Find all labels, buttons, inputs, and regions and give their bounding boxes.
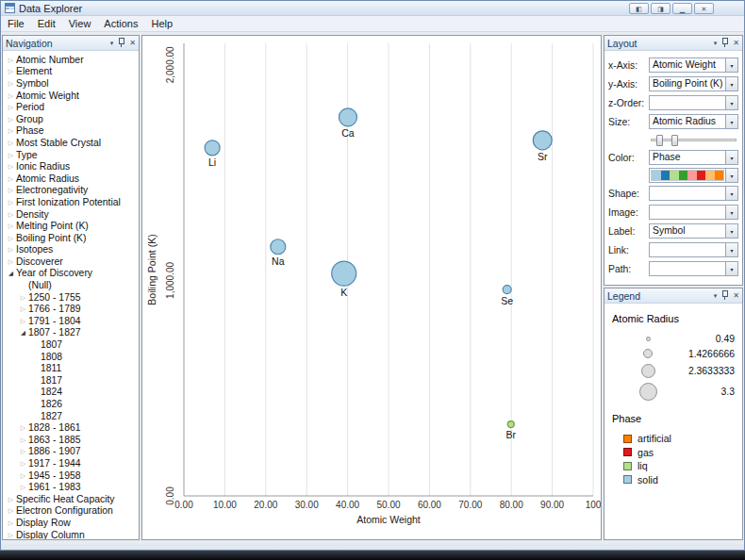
data-point-ca[interactable]: Ca [339,108,356,139]
data-point-br[interactable]: Br [506,421,517,440]
tree-item-discoverer[interactable]: ▷Discoverer [3,255,139,268]
data-point-k[interactable]: K [332,261,356,298]
chevron-down-icon[interactable]: ▾ [725,58,737,72]
tree-item-1817[interactable]: 1817 [3,374,139,387]
tree-collapsed-icon[interactable]: ▷ [6,235,16,241]
tree-item-1863-1885[interactable]: ▷1863 - 1885 [3,434,139,446]
minimize-button[interactable]: ▁ [672,3,692,14]
tree-collapsed-icon[interactable]: ▷ [6,507,16,514]
tree-item-atomic-radius[interactable]: ▷Atomic Radius [3,173,139,185]
tree-collapsed-icon[interactable]: ▷ [6,104,16,110]
image-select[interactable]: ▾ [649,205,738,220]
tree-item-1886-1907[interactable]: ▷1886 - 1907 [3,446,139,458]
tree-collapsed-icon[interactable]: ▷ [18,460,28,467]
point-circle[interactable] [339,108,356,126]
tree-item-phase[interactable]: ▷Phase [3,125,139,138]
panel-menu-icon[interactable]: ▾ [110,40,114,46]
tree-item-symbol[interactable]: ▷Symbol [3,77,139,90]
point-circle[interactable] [533,131,552,150]
chevron-down-icon[interactable]: ▾ [725,115,737,128]
tree-item-1945-1958[interactable]: ▷1945 - 1958 [3,469,139,482]
tree-item-density[interactable]: ▷Density [3,208,139,221]
tree-collapsed-icon[interactable]: ▷ [6,519,16,526]
shape-select[interactable]: ▾ [649,186,738,201]
tree-item-1250-1755[interactable]: ▷1250 - 1755 [3,291,139,304]
tree-collapsed-icon[interactable]: ▷ [18,472,28,479]
tree-item-ionic-radius[interactable]: ▷Ionic Radius [3,160,139,173]
tree-collapsed-icon[interactable]: ▷ [6,116,16,123]
phase-legend-row-artificial[interactable]: artificial [610,432,737,446]
tree-collapsed-icon[interactable]: ▷ [6,222,16,229]
menu-actions[interactable]: Actions [97,17,144,30]
tree-collapsed-icon[interactable]: ▷ [18,305,28,312]
tree-expanded-icon[interactable]: ◢ [18,330,28,337]
slider-handle[interactable] [656,135,663,146]
chevron-down-icon[interactable]: ▾ [725,77,737,91]
dock-right-button[interactable]: ◨ [651,3,670,14]
tree-item-first-ionization-potential[interactable]: ▷First Ionization Potential [3,196,139,208]
scatter-chart[interactable]: 0.0010.0020.0030.0040.0050.0060.0070.008… [142,36,601,539]
menu-file[interactable]: File [1,17,31,30]
tree-item-period[interactable]: ▷Period [3,101,139,113]
label-select[interactable]: Symbol▾ [649,223,738,239]
tree-item-isotopes[interactable]: ▷Isotopes [3,244,139,256]
tree-collapsed-icon[interactable]: ▷ [6,496,16,502]
close-button[interactable]: ✕ [694,3,714,14]
chevron-down-icon[interactable]: ▾ [725,187,737,200]
pin-icon[interactable] [720,290,729,301]
tree-collapsed-icon[interactable]: ▷ [6,140,16,146]
size-select[interactable]: Atomic Radius▾ [649,114,738,129]
tree-item-boiling-point-k[interactable]: ▷Boiling Point (K) [3,232,139,244]
point-circle[interactable] [205,140,220,156]
tree-item-atomic-number[interactable]: ▷Atomic Number [3,54,139,66]
tree-item-electron-configuration[interactable]: ▷Electron Configuration [3,505,139,518]
tree-item-1917-1944[interactable]: ▷1917 - 1944 [3,457,139,469]
tree-collapsed-icon[interactable]: ▷ [18,294,28,301]
tree-collapsed-icon[interactable]: ▷ [18,318,28,324]
menu-view[interactable]: View [62,17,98,30]
dock-left-button[interactable]: ◧ [629,3,649,14]
tree-item-electronegativity[interactable]: ▷Electronegativity [3,185,139,197]
titlebar[interactable]: Data Explorer ◧◨▁✕ [1,1,744,16]
data-point-li[interactable]: Li [205,140,220,168]
chevron-down-icon[interactable]: ▾ [725,243,737,256]
tree-item-most-stable-crystal[interactable]: ▷Most Stable Crystal [3,137,139,149]
tree-item-melting-point-k[interactable]: ▷Melting Point (K) [3,220,139,232]
size-range-slider[interactable] [651,139,737,141]
tree-collapsed-icon[interactable]: ▷ [18,424,28,431]
color-select[interactable]: Phase▾ [649,150,738,165]
phase-legend-row-solid[interactable]: solid [610,473,737,487]
tree-collapsed-icon[interactable]: ▷ [6,211,16,218]
menu-edit[interactable]: Edit [31,17,62,30]
tree-collapsed-icon[interactable]: ▷ [6,127,16,134]
tree-collapsed-icon[interactable]: ▷ [6,80,16,87]
tree-item-1808[interactable]: 1808 [3,351,139,363]
tree-collapsed-icon[interactable]: ▷ [18,484,28,490]
panel-menu-icon[interactable]: ▾ [714,40,718,46]
tree-item-group[interactable]: ▷Group [3,113,139,125]
chevron-down-icon[interactable]: ▾ [725,151,737,164]
tree-collapsed-icon[interactable]: ▷ [6,163,16,170]
tree-collapsed-icon[interactable]: ▷ [6,92,16,99]
tree-item-1811[interactable]: 1811 [3,362,139,374]
tree-item-display-row[interactable]: ▷Display Row [3,517,139,529]
chevron-down-icon[interactable]: ▾ [725,96,737,109]
link-select[interactable]: ▾ [649,242,738,257]
point-circle[interactable] [271,239,286,255]
tree-collapsed-icon[interactable]: ▷ [6,532,16,538]
data-point-sr[interactable]: Sr [533,131,552,162]
tree-item-1791-1804[interactable]: ▷1791 - 1804 [3,315,139,327]
chevron-down-icon[interactable]: ▾ [725,169,737,182]
tree-collapsed-icon[interactable]: ▷ [6,199,16,206]
tree-item-1824[interactable]: 1824 [3,387,139,399]
tree-collapsed-icon[interactable]: ▷ [6,152,16,158]
x-axis-select[interactable]: Atomic Weight▾ [649,58,738,73]
tree-item-display-column[interactable]: ▷Display Column [3,529,139,539]
tree-item-element[interactable]: ▷Element [3,66,139,78]
phase-legend-row-gas[interactable]: gas [610,446,737,460]
tree-item-type[interactable]: ▷Type [3,149,139,161]
tree-collapsed-icon[interactable]: ▷ [6,57,16,63]
tree-item-null[interactable]: (Null) [3,279,139,291]
tree-item-1826[interactable]: 1826 [3,398,139,410]
tree-collapsed-icon[interactable]: ▷ [6,187,16,193]
